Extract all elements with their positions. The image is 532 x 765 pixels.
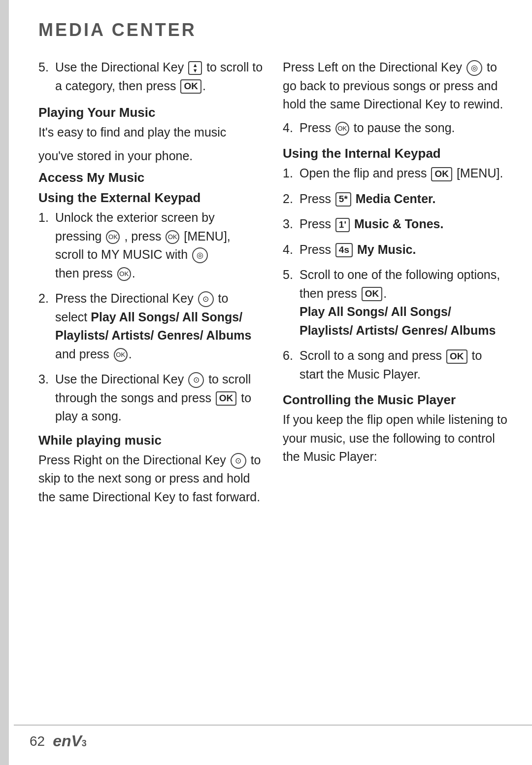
directional-circle3-icon: ⊙ — [188, 372, 204, 388]
int-step2-label: Media Center. — [356, 192, 436, 206]
press-left-text: Press Left on the Directional Key ◎ to g… — [283, 58, 507, 114]
access-heading: Access My Music — [38, 170, 263, 185]
int-step4-text: Press 4s My Music. — [299, 241, 507, 259]
step5-num: 5. — [38, 58, 52, 95]
page-title: MEDIA CENTER — [38, 20, 507, 40]
ext-step3: 3. Use the Directional Key ⊙ to scroll t… — [38, 370, 263, 426]
int-step1-num: 1. — [283, 164, 297, 183]
step5-item: 5. Use the Directional Key ▲ ▼ to scroll… — [38, 58, 263, 95]
playing-intro-1: It's easy to find and play the music — [38, 123, 263, 142]
int-step5-bold: Play All Songs/ All Songs/ Playlists/ Ar… — [299, 305, 496, 337]
playing-intro-2: you've stored in your phone. — [38, 147, 263, 166]
int-step1-text: Open the flip and press OK [MENU]. — [299, 164, 507, 183]
directional-circle2-icon: ⊙ — [198, 291, 214, 307]
ext-step3-text: Use the Directional Key ⊙ to scroll thro… — [55, 370, 263, 426]
playing-heading: Playing Your Music — [38, 105, 263, 120]
int-step2-num: 2. — [283, 190, 297, 209]
step5-text: Use the Directional Key ▲ ▼ to scroll to… — [55, 58, 263, 95]
ok-box-icon: OK — [180, 79, 201, 94]
footer-divider — [14, 725, 532, 726]
right-step4-num: 4. — [283, 119, 297, 138]
ext-step1: 1. Unlock the exterior screen by pressin… — [38, 209, 263, 282]
ok-circle2-icon: OK — [166, 230, 179, 244]
controlling-heading: Controlling the Music Player — [283, 392, 507, 408]
key4-icon: 4s — [335, 243, 353, 257]
int-step3-num: 3. — [283, 215, 297, 234]
controlling-text: If you keep the flip open while listenin… — [283, 411, 507, 466]
ext-step2-text: Press the Directional Key ⊙ to select Pl… — [55, 289, 263, 363]
int-step3: 3. Press 1' Music & Tones. — [283, 215, 507, 234]
int-step6-text: Scroll to a song and press OK to start t… — [299, 347, 507, 383]
right-step4-text: Press OK to pause the song. — [299, 119, 507, 138]
int-step4: 4. Press 4s My Music. — [283, 241, 507, 259]
internal-heading: Using the Internal Keypad — [283, 146, 507, 161]
footer: 62 enV3 — [30, 732, 507, 750]
ok-box2-icon: OK — [216, 391, 237, 406]
ext-step2: 2. Press the Directional Key ⊙ to select… — [38, 289, 263, 363]
int-step5-num: 5. — [283, 266, 297, 340]
brand-logo: enV3 — [53, 732, 87, 750]
left-column: 5. Use the Directional Key ▲ ▼ to scroll… — [38, 58, 263, 511]
int-step1: 1. Open the flip and press OK [MENU]. — [283, 164, 507, 183]
int-step2: 2. Press 5* Media Center. — [283, 190, 507, 209]
int-step5: 5. Scroll to one of the following option… — [283, 266, 507, 340]
ext-step3-num: 3. — [38, 370, 52, 426]
int-step4-label: My Music. — [357, 243, 416, 256]
ok-box4-icon: OK — [362, 287, 383, 301]
ext-step1-text: Unlock the exterior screen by pressing O… — [55, 209, 263, 282]
ok-circle4-icon: OK — [114, 348, 128, 362]
right-column: Press Left on the Directional Key ◎ to g… — [283, 58, 507, 511]
key5-icon: 5* — [335, 192, 351, 207]
int-step5-text: Scroll to one of the following options, … — [299, 266, 507, 340]
ok-circle5-icon: OK — [335, 122, 349, 136]
int-step4-num: 4. — [283, 241, 297, 259]
left-dir-icon: ◎ — [466, 60, 482, 76]
ok-box5-icon: OK — [446, 349, 467, 364]
page-number: 62 — [30, 733, 45, 749]
directional-updown-icon: ▲ ▼ — [188, 61, 202, 75]
ok-circle-icon: OK — [106, 230, 120, 244]
int-step3-text: Press 1' Music & Tones. — [299, 215, 507, 234]
right-dir-icon: ⊙ — [231, 453, 246, 469]
int-step6: 6. Scroll to a song and press OK to star… — [283, 347, 507, 383]
int-step2-text: Press 5* Media Center. — [299, 190, 507, 209]
int-step6-num: 6. — [283, 347, 297, 383]
key1-icon: 1' — [335, 218, 350, 232]
ext-step1-num: 1. — [38, 209, 52, 282]
ok-box3-icon: OK — [431, 167, 452, 181]
external-heading: Using the External Keypad — [38, 190, 263, 206]
directional-circle-icon: ◎ — [192, 247, 208, 263]
right-step4: 4. Press OK to pause the song. — [283, 119, 507, 138]
while-heading: While playing music — [38, 433, 263, 448]
ok-circle3-icon: OK — [117, 267, 131, 281]
ext-step2-num: 2. — [38, 289, 52, 363]
int-step3-label: Music & Tones. — [354, 217, 444, 231]
left-bar — [0, 0, 9, 765]
while-text: Press Right on the Directional Key ⊙ to … — [38, 451, 263, 507]
